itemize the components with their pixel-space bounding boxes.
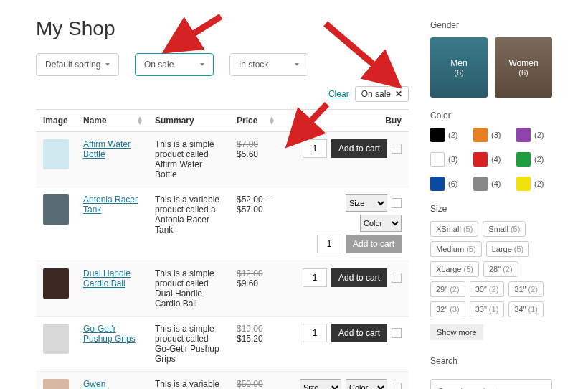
select-checkbox[interactable] xyxy=(392,144,402,154)
select-checkbox[interactable] xyxy=(392,328,402,338)
size-tag-count: (5) xyxy=(514,245,523,253)
add-to-cart-button[interactable]: Add to cart xyxy=(346,235,402,253)
swatch-count: (4) xyxy=(491,155,501,164)
product-thumb[interactable] xyxy=(43,379,69,389)
product-thumb[interactable] xyxy=(43,194,69,225)
sale-select[interactable]: On sale xyxy=(135,53,214,76)
color-swatch[interactable]: (2) xyxy=(516,177,546,191)
swatch-count: (2) xyxy=(534,131,544,139)
size-tag-count: (1) xyxy=(528,305,538,314)
product-name-link[interactable]: Antonia Racer Tank xyxy=(83,194,138,215)
color-swatch[interactable]: (2) xyxy=(516,128,546,142)
size-tag-count: (5) xyxy=(511,225,520,233)
product-price: $19.00$15.20 xyxy=(229,317,280,372)
caret-down-icon xyxy=(105,63,110,66)
size-tag-label: Large xyxy=(492,245,512,253)
product-summary: This is a variable product called a Anto… xyxy=(148,187,229,261)
add-to-cart-button[interactable]: Add to cart xyxy=(331,139,387,158)
annotation-arrow xyxy=(160,13,224,56)
size-tag-label: 32" xyxy=(436,305,447,314)
color-swatch[interactable]: (2) xyxy=(516,152,546,167)
caret-down-icon xyxy=(295,63,299,66)
swatch-count: (2) xyxy=(534,155,544,164)
table-row: Dual Handle Cardio Ball This is a simple… xyxy=(36,261,409,317)
size-tag-count: (2) xyxy=(503,265,512,273)
size-tag[interactable]: Large (5) xyxy=(486,241,530,257)
size-tag[interactable]: 33" (1) xyxy=(470,301,505,317)
product-summary: This is a simple product called Affirm W… xyxy=(148,132,229,187)
gender-heading: Gender xyxy=(430,20,552,30)
gender-card-women-label: Women xyxy=(508,58,538,68)
sort-select[interactable]: Default sorting xyxy=(36,53,119,76)
swatch-icon xyxy=(516,128,531,142)
size-tag-count: (2) xyxy=(489,285,498,294)
color-swatch[interactable]: (3) xyxy=(430,152,460,167)
gender-card-men-label: Men xyxy=(450,58,467,68)
add-to-cart-button[interactable]: Add to cart xyxy=(331,324,387,342)
size-tag-count: (5) xyxy=(463,225,473,233)
sort-icon: ▲▼ xyxy=(136,116,143,125)
size-tag[interactable]: 28" (2) xyxy=(483,261,518,277)
size-tag-count: (5) xyxy=(466,245,475,253)
show-more-button[interactable]: Show more xyxy=(430,324,483,340)
size-tag-label: 29" xyxy=(436,285,447,294)
variant-size-select[interactable]: Size xyxy=(300,379,341,389)
swatch-icon xyxy=(516,177,531,191)
product-name-link[interactable]: Gwen Drawstring Bike Short xyxy=(83,379,124,389)
swatch-icon xyxy=(473,177,488,191)
svg-line-0 xyxy=(167,17,221,50)
products-table: Image Name▲▼ Summary Price▲▼ Buy Affirm … xyxy=(36,109,409,389)
product-summary: This is a variable product called a Gwen… xyxy=(148,372,229,390)
table-row: Gwen Drawstring Bike Short This is a var… xyxy=(36,372,409,390)
search-input[interactable] xyxy=(430,379,552,389)
swatch-icon xyxy=(430,128,445,142)
color-swatch[interactable]: (4) xyxy=(473,177,503,191)
size-tag[interactable]: XSmall (5) xyxy=(430,221,478,237)
color-swatch[interactable]: (3) xyxy=(473,128,503,142)
size-tag-label: XLarge xyxy=(436,265,461,273)
gender-card-women[interactable]: Women (6) xyxy=(495,37,552,98)
swatch-icon xyxy=(473,152,488,167)
sort-icon: ▲▼ xyxy=(268,116,275,125)
size-tag-count: (1) xyxy=(489,305,498,314)
size-tag[interactable]: 30" (2) xyxy=(470,281,505,297)
qty-input[interactable] xyxy=(303,268,327,287)
variant-color-select[interactable]: Color xyxy=(346,379,387,389)
color-swatch[interactable]: (2) xyxy=(430,128,460,142)
variant-color-select[interactable]: Color xyxy=(360,215,402,232)
product-thumb[interactable] xyxy=(43,268,69,299)
qty-input[interactable] xyxy=(303,324,327,342)
size-tag[interactable]: XLarge (5) xyxy=(430,261,479,277)
variant-size-select[interactable]: Size xyxy=(346,194,387,212)
col-name[interactable]: Name▲▼ xyxy=(76,110,148,132)
product-name-link[interactable]: Affirm Water Bottle xyxy=(83,139,131,159)
product-thumb[interactable] xyxy=(43,139,69,169)
stock-select-label: In stock xyxy=(239,60,268,70)
size-tag[interactable]: 31" (2) xyxy=(508,281,544,297)
product-name-link[interactable]: Dual Handle Cardio Ball xyxy=(83,268,131,289)
size-tag[interactable]: Small (5) xyxy=(483,221,526,237)
qty-input[interactable] xyxy=(317,235,341,253)
select-checkbox[interactable] xyxy=(392,273,402,283)
size-tag[interactable]: 34" (1) xyxy=(508,301,544,317)
gender-card-men[interactable]: Men (6) xyxy=(430,37,488,98)
size-tag-count: (5) xyxy=(464,265,473,273)
product-name-link[interactable]: Go-Get'r Pushup Grips xyxy=(83,324,136,344)
product-thumb[interactable] xyxy=(43,324,69,354)
size-tag[interactable]: 32" (3) xyxy=(430,301,465,317)
stock-select[interactable]: In stock xyxy=(229,53,308,76)
col-price[interactable]: Price▲▼ xyxy=(229,110,280,132)
table-row: Go-Get'r Pushup Grips This is a simple p… xyxy=(36,317,409,372)
color-swatch[interactable]: (4) xyxy=(473,152,503,167)
color-swatch[interactable]: (6) xyxy=(430,177,460,191)
table-row: Affirm Water Bottle This is a simple pro… xyxy=(36,132,409,187)
swatch-count: (3) xyxy=(448,155,457,164)
size-tag[interactable]: 29" (2) xyxy=(430,281,465,297)
size-tag-label: 28" xyxy=(489,265,501,273)
select-checkbox[interactable] xyxy=(392,198,402,208)
size-tag[interactable]: Medium (5) xyxy=(430,241,482,257)
table-row: Antonia Racer Tank This is a variable pr… xyxy=(36,187,409,261)
select-checkbox[interactable] xyxy=(392,383,402,389)
add-to-cart-button[interactable]: Add to cart xyxy=(331,268,387,287)
product-price: $12.00$9.60 xyxy=(229,261,280,317)
